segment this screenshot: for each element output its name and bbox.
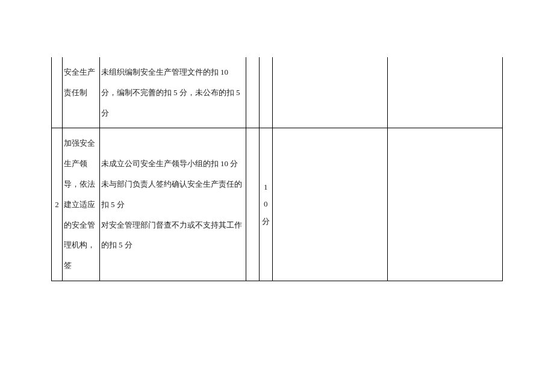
- cell-criteria: 未成立公司安全生产领导小组的扣 10 分 未与部门负责人签约确认安全生产责任的扣…: [99, 128, 246, 281]
- cell-index: [52, 57, 63, 128]
- cell-score: 1 0 分: [259, 128, 272, 281]
- assessment-table-wrapper: 安全生产责任制 未组织编制安全生产管理文件的扣 10 分，编制不完善的扣 5 分…: [51, 57, 503, 281]
- cell-blank: [246, 128, 259, 281]
- cell-criteria: 未组织编制安全生产管理文件的扣 10 分，编制不完善的扣 5 分，未公布的扣 5…: [99, 57, 246, 128]
- cell-index: 2: [52, 128, 63, 281]
- table-row: 2 加强安全生产领导，依法建立适应的安全管理机构，签 未成立公司安全生产领导小组…: [52, 128, 503, 281]
- cell-blank: [246, 57, 259, 128]
- assessment-table: 安全生产责任制 未组织编制安全生产管理文件的扣 10 分，编制不完善的扣 5 分…: [51, 57, 503, 281]
- cell-category: 安全生产责任制: [62, 57, 99, 128]
- cell-remark1: [272, 128, 387, 281]
- cell-category: 加强安全生产领导，依法建立适应的安全管理机构，签: [62, 128, 99, 281]
- table-row: 安全生产责任制 未组织编制安全生产管理文件的扣 10 分，编制不完善的扣 5 分…: [52, 57, 503, 128]
- cell-remark1: [272, 57, 387, 128]
- cell-score: [259, 57, 272, 128]
- cell-remark2: [387, 57, 502, 128]
- cell-remark2: [387, 128, 502, 281]
